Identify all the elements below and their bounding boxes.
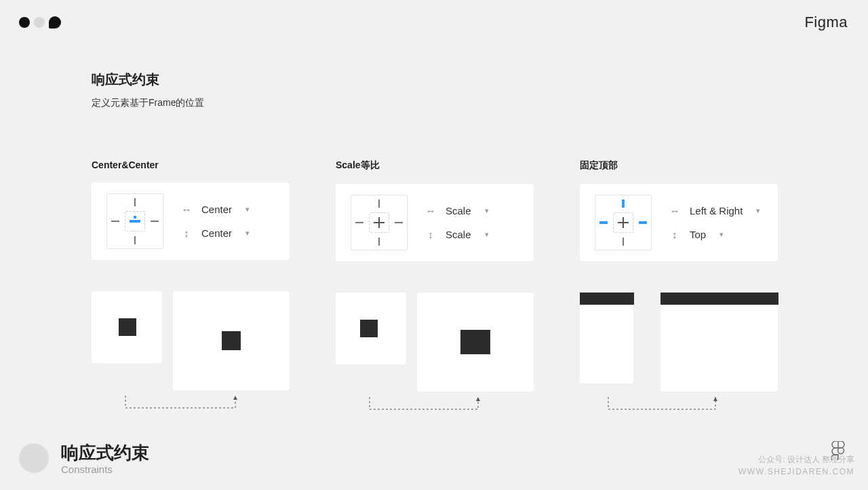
vertical-constraint-select[interactable]: ↕ Top ▾ (669, 229, 760, 240)
footer: 响应式约束 Constraints (19, 441, 149, 475)
example-block (119, 318, 136, 336)
watermark-line1: 公众号: 设计达人 整理分享 (738, 453, 854, 466)
example-block (460, 330, 490, 354)
footer-avatar-icon (19, 443, 49, 473)
example-frame-small (92, 291, 162, 363)
constraint-glyph-lr-top-icon[interactable] (595, 195, 652, 250)
example-bar (580, 293, 634, 305)
select-value: Scale (446, 205, 471, 216)
example-block (222, 331, 241, 350)
example-row (92, 291, 290, 390)
dot-2 (34, 17, 45, 28)
arrow-horizontal-icon: ↔ (669, 205, 680, 216)
column-label: 固定顶部 (580, 159, 778, 172)
constraint-selects: ↔ Scale ▾ ↕ Scale ▾ (425, 205, 489, 240)
connector-arrow-icon (607, 396, 778, 416)
connector-arrow-icon (336, 396, 534, 416)
pager-dots (19, 16, 61, 29)
footer-text: 响应式约束 Constraints (61, 441, 149, 475)
arrow-horizontal-icon: ↔ (425, 205, 436, 216)
dot-3-leaf-icon (49, 16, 61, 29)
constraint-glyph-center-icon[interactable] (106, 193, 163, 249)
vertical-constraint-select[interactable]: ↕ Scale ▾ (425, 229, 489, 240)
column-scale: Scale等比 ↔ Scale ▾ ↕ (336, 159, 534, 416)
watermark: 公众号: 设计达人 整理分享 WWW.SHEJIDAREN.COM (738, 453, 854, 478)
main-content: 响应式约束 定义元素基于Frame的位置 Center&Center ↔ Cen… (92, 71, 780, 416)
columns: Center&Center ↔ Center ▾ ↕ (92, 159, 780, 416)
chevron-down-icon: ▾ (245, 205, 250, 214)
arrow-vertical-icon: ↕ (669, 229, 680, 240)
column-label: Center&Center (92, 159, 290, 170)
constraint-selects: ↔ Center ▾ ↕ Center ▾ (181, 204, 250, 239)
constraint-panel: ↔ Scale ▾ ↕ Scale ▾ (336, 184, 534, 261)
connector-arrow-icon (92, 394, 290, 415)
chevron-down-icon: ▾ (485, 206, 489, 215)
example-frame-small (580, 293, 633, 383)
select-value: Left & Right (690, 205, 743, 216)
arrow-vertical-icon: ↕ (425, 229, 436, 240)
select-value: Center (201, 204, 232, 215)
example-frame-large (660, 293, 778, 392)
example-row (336, 293, 534, 392)
arrow-horizontal-icon: ↔ (181, 204, 192, 215)
example-frame-large (173, 291, 290, 390)
page-title: 响应式约束 (92, 71, 780, 89)
footer-subtitle: Constraints (61, 464, 149, 475)
example-frame-large (417, 293, 534, 392)
select-value: Scale (446, 229, 471, 240)
column-center: Center&Center ↔ Center ▾ ↕ (92, 159, 290, 416)
example-frame-small (336, 293, 406, 364)
brand-label: Figma (804, 14, 848, 31)
page-subtitle: 定义元素基于Frame的位置 (92, 97, 780, 109)
constraint-glyph-scale-icon[interactable] (351, 195, 408, 250)
column-fixed-top: 固定顶部 ↔ Left & Right ▾ (580, 159, 778, 416)
horizontal-constraint-select[interactable]: ↔ Scale ▾ (425, 205, 489, 216)
horizontal-constraint-select[interactable]: ↔ Left & Right ▾ (669, 205, 760, 216)
vertical-constraint-select[interactable]: ↕ Center ▾ (181, 227, 250, 239)
arrow-vertical-icon: ↕ (181, 227, 192, 239)
constraint-selects: ↔ Left & Right ▾ ↕ Top ▾ (669, 205, 760, 240)
footer-title: 响应式约束 (61, 441, 149, 465)
example-bar (660, 293, 778, 305)
column-label: Scale等比 (336, 159, 534, 172)
select-value: Top (690, 229, 706, 240)
constraint-panel: ↔ Left & Right ▾ ↕ Top ▾ (580, 184, 778, 261)
example-row (580, 293, 778, 392)
select-value: Center (201, 227, 232, 239)
chevron-down-icon: ▾ (245, 229, 250, 238)
constraint-panel: ↔ Center ▾ ↕ Center ▾ (92, 183, 290, 260)
chevron-down-icon: ▾ (485, 230, 489, 239)
dot-1 (19, 17, 30, 28)
chevron-down-icon: ▾ (756, 206, 760, 215)
example-block (360, 320, 378, 337)
watermark-line2: WWW.SHEJIDAREN.COM (738, 466, 854, 478)
chevron-down-icon: ▾ (719, 230, 724, 239)
horizontal-constraint-select[interactable]: ↔ Center ▾ (181, 204, 250, 215)
